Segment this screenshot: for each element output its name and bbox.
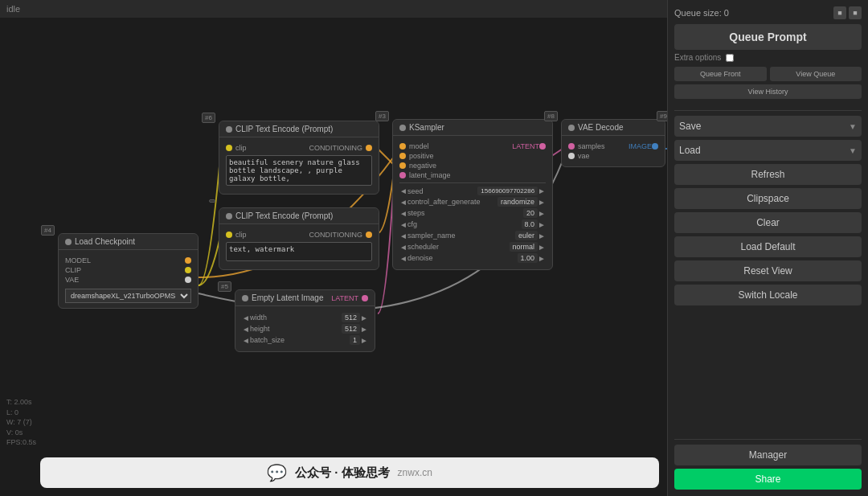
manager-button[interactable]: Manager bbox=[674, 445, 862, 465]
denoise-value: 1.00 bbox=[518, 253, 538, 263]
queue-size-row: Queue size: 0 ■ ■ bbox=[674, 6, 862, 19]
scheduler-value: normal bbox=[510, 242, 538, 252]
app-title: idle bbox=[6, 4, 20, 14]
node-dot bbox=[226, 213, 232, 219]
watermark-url: znwx.cn bbox=[398, 467, 432, 478]
queue-size-icons: ■ ■ bbox=[833, 6, 862, 19]
vae-image-out bbox=[652, 143, 658, 150]
clip2-in-label: clip bbox=[235, 231, 247, 239]
latent-title: Empty Latent Image bbox=[252, 293, 324, 302]
load-button[interactable]: Load ▼ bbox=[674, 140, 862, 161]
node-id-clip2 bbox=[209, 199, 215, 203]
latent-out-label: LATENT bbox=[331, 294, 358, 302]
node-dot bbox=[65, 239, 72, 245]
clear-button[interactable]: Clear bbox=[674, 212, 862, 233]
load-checkpoint-title: Load Checkpoint bbox=[75, 237, 135, 246]
clip1-title: CLIP Text Encode (Prompt) bbox=[235, 125, 333, 133]
watermark-text: 公众号 · 体验思考 bbox=[295, 465, 390, 481]
node-id-clip1: #6 bbox=[202, 113, 215, 123]
badge-icon-1[interactable]: ■ bbox=[833, 6, 846, 19]
divider-1 bbox=[674, 110, 862, 111]
extra-options-row: Extra options bbox=[674, 53, 862, 62]
share-button[interactable]: Share bbox=[674, 469, 862, 490]
refresh-button[interactable]: Refresh bbox=[674, 164, 862, 185]
latent-out-port bbox=[362, 295, 368, 301]
steps-value: 20 bbox=[523, 208, 538, 218]
vae-title: VAE Decode bbox=[578, 123, 624, 132]
node-id-latent: #5 bbox=[218, 281, 231, 292]
vae-out-port bbox=[185, 277, 191, 283]
clip2-in-port bbox=[226, 232, 232, 238]
extra-options-checkbox[interactable] bbox=[726, 54, 734, 62]
stat-line5: FPS:0.5s bbox=[6, 437, 36, 448]
node-id-vae: #8 bbox=[544, 111, 558, 121]
vae-out-label: VAE bbox=[65, 276, 79, 284]
ksampler-pos-in bbox=[399, 153, 406, 159]
checkpoint-select[interactable]: dreamshapeXL_v21TurboOPMSDE.safetensors bbox=[65, 289, 191, 303]
clip1-text-input[interactable]: beautiful scenery nature glass bottle la… bbox=[226, 155, 372, 186]
save-arrow: ▼ bbox=[849, 122, 857, 131]
batch-value: 1 bbox=[350, 335, 360, 345]
model-out-port bbox=[185, 257, 191, 264]
ksampler-model-in bbox=[399, 143, 406, 150]
node-dot bbox=[568, 125, 575, 131]
stat-line1: T: 2.00s bbox=[6, 397, 36, 408]
ksampler-title: KSampler bbox=[409, 123, 444, 132]
width-label: width bbox=[250, 314, 267, 322]
watermark-bar: 💬 公众号 · 体验思考 znwx.cn bbox=[40, 457, 659, 488]
ksampler-latent-out bbox=[539, 143, 546, 150]
queue-size-label: Queue size: 0 bbox=[674, 8, 729, 18]
clip1-out-port bbox=[366, 145, 372, 151]
save-button[interactable]: Save ▼ bbox=[674, 116, 862, 137]
watermark-icon: 💬 bbox=[267, 463, 287, 482]
clip2-out-port bbox=[366, 232, 372, 238]
clip2-out-label: CONDITIONING bbox=[309, 231, 363, 239]
ksampler-latent-in bbox=[399, 172, 406, 178]
ksampler-neg-in bbox=[399, 162, 406, 169]
badge-icon-2[interactable]: ■ bbox=[849, 6, 862, 19]
load-default-button[interactable]: Load Default bbox=[674, 236, 862, 257]
clip2-title: CLIP Text Encode (Prompt) bbox=[235, 211, 333, 220]
clip1-in-label: clip bbox=[235, 144, 247, 152]
queue-prompt-button[interactable]: Queue Prompt bbox=[674, 24, 862, 50]
vae-vae-in bbox=[568, 153, 575, 159]
node-dot bbox=[399, 125, 406, 131]
control-value: randomize bbox=[497, 197, 538, 207]
extra-options-label: Extra options bbox=[674, 53, 721, 62]
height-value: 512 bbox=[342, 324, 360, 334]
view-queue-button[interactable]: View Queue bbox=[770, 67, 862, 81]
sub-buttons-row: Queue Front View Queue bbox=[674, 67, 862, 81]
node-canvas[interactable]: idle #4 Load Checkpoint bbox=[0, 0, 667, 496]
queue-front-button[interactable]: Queue Front bbox=[674, 67, 767, 81]
stats-overlay: T: 2.00s L: 0 W: 7 (7) V: 0s FPS:0.5s bbox=[6, 397, 36, 448]
cfg-value: 8.0 bbox=[522, 219, 538, 229]
stat-line4: V: 0s bbox=[6, 428, 36, 438]
clip1-in-port bbox=[226, 145, 232, 151]
seed-value: 156690097702286 bbox=[477, 187, 538, 195]
stat-line3: W: 7 (7) bbox=[6, 417, 36, 428]
node-id-load-checkpoint: #4 bbox=[41, 225, 55, 236]
stat-line2: L: 0 bbox=[6, 408, 36, 418]
node-dot bbox=[242, 295, 248, 301]
width-value: 512 bbox=[342, 313, 360, 322]
sampler-value: euler bbox=[515, 231, 538, 240]
save-label: Save bbox=[679, 121, 701, 132]
switch-locale-button[interactable]: Switch Locale bbox=[674, 285, 862, 305]
clipspace-button[interactable]: Clipspace bbox=[674, 188, 862, 209]
load-label: Load bbox=[679, 145, 701, 156]
title-bar: idle bbox=[0, 0, 667, 18]
view-history-button[interactable]: View History bbox=[674, 84, 862, 99]
divider-2 bbox=[674, 439, 862, 440]
node-dot bbox=[226, 126, 232, 133]
reset-view-button[interactable]: Reset View bbox=[674, 260, 862, 281]
batch-label: batch_size bbox=[250, 336, 285, 344]
node-id-save: #9 bbox=[657, 111, 667, 121]
bottom-buttons: Manager Share bbox=[674, 434, 862, 490]
height-label: height bbox=[250, 325, 270, 333]
clip-out-label: CLIP bbox=[65, 266, 81, 274]
clip1-out-label: CONDITIONING bbox=[309, 144, 363, 152]
clip2-text-input[interactable]: text, watermark bbox=[226, 242, 372, 261]
model-out-label: MODEL bbox=[65, 256, 91, 264]
right-panel: Queue size: 0 ■ ■ Queue Prompt Extra opt… bbox=[667, 0, 868, 496]
clip-out-port bbox=[185, 267, 191, 273]
